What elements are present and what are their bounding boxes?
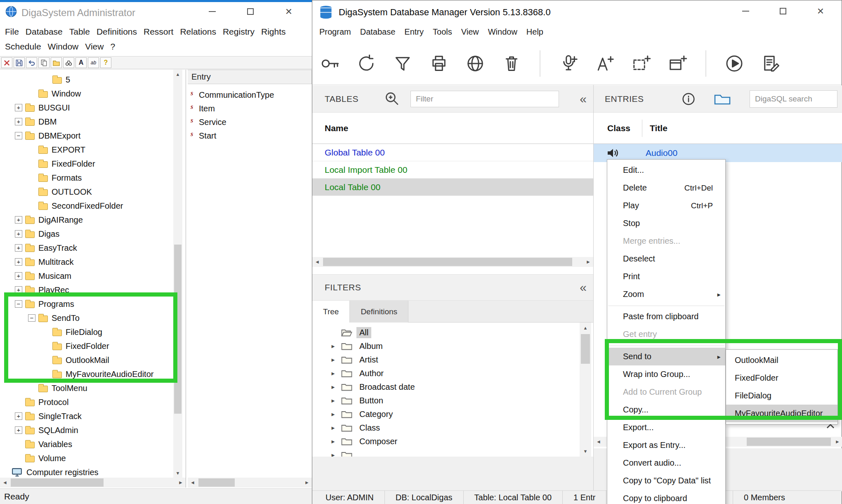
entry-item[interactable]: Item	[188, 102, 312, 115]
tree-item[interactable]: OutlookMail	[0, 353, 186, 367]
scrollbar-thumb[interactable]	[198, 478, 235, 487]
menu-item[interactable]: Entry	[400, 24, 428, 40]
menu-item[interactable]: Schedule	[2, 40, 45, 53]
expand-arrow-icon[interactable]	[330, 438, 341, 445]
menu-item[interactable]: Database	[22, 25, 66, 38]
tables-horizontal-scrollbar[interactable]	[312, 257, 593, 267]
expand-arrow-icon[interactable]	[330, 411, 341, 417]
find-icon[interactable]	[63, 57, 74, 68]
help-icon[interactable]: ?	[100, 57, 111, 68]
scroll-up-icon[interactable]	[173, 70, 182, 79]
scrollbar-thumb[interactable]	[11, 478, 104, 487]
maximize-button[interactable]	[241, 4, 259, 19]
menu-item[interactable]: Ressort	[140, 25, 177, 38]
scroll-left-icon[interactable]	[188, 478, 198, 488]
scrollbar-thumb[interactable]	[581, 334, 590, 364]
scroll-left-icon[interactable]	[312, 257, 322, 267]
play-icon[interactable]	[724, 52, 745, 75]
tree-expand-box[interactable]	[15, 258, 22, 266]
tree-item[interactable]: Protocol	[0, 395, 186, 409]
tree-expand-box[interactable]	[15, 286, 22, 294]
new-audio-entry-icon[interactable]	[558, 52, 579, 75]
filters-vertical-scrollbar[interactable]	[580, 323, 591, 457]
scroll-left-icon[interactable]	[594, 437, 604, 447]
connect-icon[interactable]	[320, 52, 340, 75]
context-menu-item[interactable]: Deselect	[607, 250, 725, 268]
scrollbar-thumb[interactable]	[174, 245, 182, 414]
scroll-right-icon[interactable]	[176, 478, 186, 488]
tree-item[interactable]: OUTLOOK	[0, 185, 186, 199]
tree-item[interactable]: Multitrack	[0, 255, 186, 269]
submenu-item[interactable]: FixedFolder	[726, 369, 837, 387]
report-icon[interactable]	[760, 52, 781, 75]
tree-item[interactable]: Digas	[0, 227, 186, 241]
tree-expand-box[interactable]	[28, 314, 35, 322]
tree-expand-box[interactable]	[15, 216, 22, 224]
context-menu-item[interactable]: Copy...	[607, 401, 725, 419]
tree-horizontal-scrollbar[interactable]	[0, 478, 186, 488]
context-menu-item[interactable]: Add to Current Group	[607, 383, 725, 401]
entry-horizontal-scrollbar[interactable]	[188, 478, 312, 488]
scroll-left-icon[interactable]	[0, 478, 10, 488]
scrollbar-thumb[interactable]	[747, 438, 831, 446]
menu-item[interactable]: View	[457, 24, 484, 40]
expand-arrow-icon[interactable]	[330, 370, 341, 377]
delete-icon[interactable]	[501, 52, 522, 75]
entry-item[interactable]: Start	[188, 129, 312, 143]
context-menu-item[interactable]: Export...	[607, 419, 725, 436]
scroll-right-icon[interactable]	[302, 478, 312, 488]
context-menu-item[interactable]: Send to	[607, 348, 725, 365]
panel-splitter[interactable]	[186, 70, 186, 488]
expand-arrow-icon[interactable]	[330, 384, 341, 390]
filter-tree-item[interactable]: All	[312, 326, 580, 339]
context-menu-item[interactable]: Zoom	[607, 285, 725, 303]
tree-item[interactable]: PlayRec	[0, 283, 186, 297]
entry-item[interactable]: Service	[188, 115, 312, 129]
context-menu-item[interactable]: Get entry	[607, 325, 725, 343]
new-table-icon[interactable]	[667, 52, 688, 75]
context-menu-item[interactable]: Stop	[607, 214, 725, 232]
menu-item[interactable]: Database	[356, 24, 400, 40]
tree-item[interactable]: DigAIRange	[0, 213, 186, 227]
tree-expand-box[interactable]	[15, 300, 22, 308]
table-row[interactable]: Local Table 00	[312, 179, 593, 196]
info-icon[interactable]	[682, 92, 695, 106]
menu-item[interactable]: View	[82, 40, 107, 53]
entry-item[interactable]: CommunicationType	[188, 88, 312, 102]
menu-item[interactable]: Window	[45, 40, 82, 53]
menu-item[interactable]: Window	[484, 24, 522, 40]
tree-item[interactable]: Programs	[0, 297, 186, 311]
submenu-item[interactable]: MyFavouriteAudioEditor	[726, 405, 837, 422]
table-row[interactable]: Local Import Table 00	[312, 161, 593, 179]
tree-item[interactable]: FixedFolder	[0, 339, 186, 353]
menu-item[interactable]: File	[2, 25, 22, 38]
tree-item[interactable]: EXPORT	[0, 143, 186, 157]
rename-icon[interactable]: ab	[88, 57, 99, 68]
tree-item[interactable]: Variables	[0, 437, 186, 451]
tree-item[interactable]: SQLAdmin	[0, 423, 186, 437]
tree-item[interactable]: BUSGUI	[0, 101, 186, 115]
tree-item[interactable]: MyFavouriteAudioEditor	[0, 367, 186, 381]
menu-item[interactable]: Program	[315, 24, 356, 40]
close-button[interactable]: ×	[280, 4, 298, 19]
tree-item[interactable]: SendTo	[0, 311, 186, 325]
tree-item[interactable]: EasyTrack	[0, 241, 186, 255]
scroll-down-icon[interactable]	[580, 446, 591, 457]
table-search-icon[interactable]	[383, 90, 401, 108]
filter-tree-item[interactable]: Composer	[312, 435, 580, 448]
context-menu-item[interactable]: Edit...	[607, 161, 725, 179]
open-folder-icon[interactable]	[51, 57, 62, 68]
context-menu-item[interactable]	[608, 344, 724, 346]
expand-arrow-icon[interactable]	[330, 425, 341, 431]
filters-tab[interactable]: Definitions	[350, 301, 408, 323]
context-menu-item[interactable]	[608, 304, 724, 306]
tree-item[interactable]: DBM	[0, 115, 186, 129]
filter-tree-item[interactable]: Broadcast date	[312, 380, 580, 394]
context-menu-item[interactable]: Merge entries...	[607, 232, 725, 250]
filter-tree-item[interactable]: Artist	[312, 353, 580, 367]
context-menu-item[interactable]: Export as Entry...	[607, 436, 725, 454]
menu-item[interactable]: Table	[66, 25, 93, 38]
tree-item[interactable]: 5	[0, 73, 186, 87]
filter-tree-item[interactable]: Category	[312, 407, 580, 421]
collapse-panel-button[interactable]: «	[580, 93, 587, 105]
